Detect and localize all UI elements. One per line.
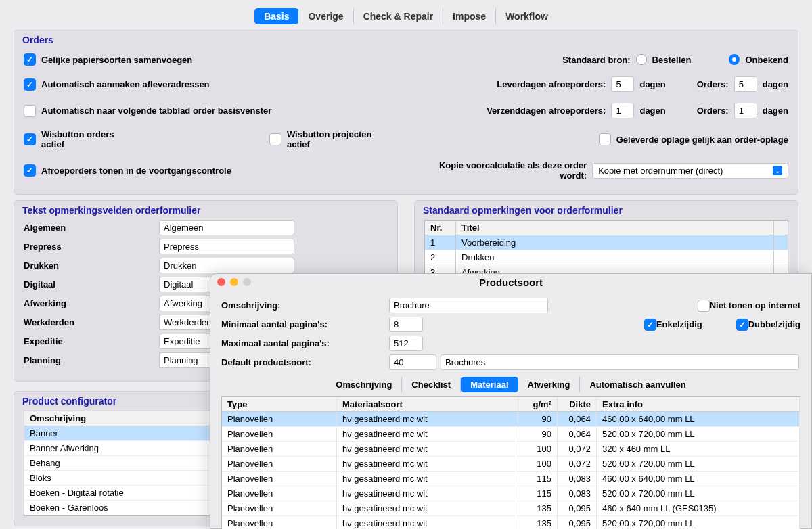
materiaal-table: Type Materiaalsoort g/m² Dikte Extra inf… (221, 396, 800, 529)
tab-workflow[interactable]: Workflow (496, 8, 558, 24)
label: Digitaal (24, 279, 159, 290)
input-prepress[interactable] (159, 239, 294, 254)
cb-dubbelzijdig[interactable] (736, 319, 748, 331)
productsoort-modal: Productsoort Omschrijving: Niet tonen op… (210, 273, 812, 529)
label: dagen (763, 106, 788, 116)
cb-enkelzijdig[interactable] (644, 319, 656, 331)
modal-tabs: Omschrijving Checklist Materiaal Afwerki… (221, 377, 800, 392)
table-row[interactable]: Planovellenhv gesatineerd mc wit900,0644… (222, 412, 800, 427)
label: Dubbelzijdig (748, 319, 800, 329)
input-drukken[interactable] (159, 258, 294, 273)
label: Wisbutton projecten actief (287, 129, 396, 150)
input-min-pag[interactable] (389, 317, 423, 332)
table-row[interactable]: Planovellenhv gesatineerd mc wit1350,095… (222, 501, 800, 516)
table-row[interactable]: Planovellenhv gesatineerd mc wit1150,083… (222, 472, 800, 486)
label: Bestellen (652, 55, 692, 65)
label: Default productsoort: (221, 357, 389, 367)
label: Afroeporders tonen in de voortgangscontr… (41, 166, 231, 176)
table-row[interactable]: 1Voorbereiding (425, 235, 788, 250)
label: Automatisch naar volgende tabblad order … (41, 106, 271, 116)
table-row[interactable]: Planovellenhv gesatineerd mc wit1150,083… (222, 486, 800, 501)
label: Orders: (697, 106, 729, 116)
label: Prepress (24, 242, 159, 252)
label: Automatisch aanmaken afleveradressen (41, 79, 210, 89)
col-gm2: g/m² (518, 397, 558, 411)
standaard-title: Standaard opmerkingen voor orderformulie… (423, 205, 788, 216)
label: Algemeen (24, 223, 159, 233)
cb-auto-volgende-tab[interactable] (24, 105, 36, 117)
orders-panel: Orders Gelijke papiersoorten samenvoegen… (14, 30, 798, 195)
label: Verzenddagen afroeporders: (487, 106, 606, 116)
label: Leverdagen afroeporders: (497, 79, 606, 89)
mtab-auto-aanvullen[interactable]: Automatisch aanvullen (580, 377, 695, 392)
col-type: Type (222, 397, 337, 411)
tab-impose[interactable]: Impose (443, 8, 496, 24)
col-dikte: Dikte (558, 397, 597, 411)
input-algemeen[interactable] (159, 220, 294, 235)
radio-bestellen[interactable] (636, 54, 647, 65)
input-orders1[interactable] (734, 76, 757, 92)
label: Gelijke papiersoorten samenvoegen (41, 55, 192, 65)
input-verzenddagen[interactable] (611, 103, 634, 118)
mtab-checklist[interactable]: Checklist (402, 377, 461, 392)
label: Expeditie (24, 336, 159, 346)
label: Afwerking (24, 298, 159, 308)
tab-check-repair[interactable]: Check & Repair (354, 8, 443, 24)
label: Kopie voorcalculatie als deze order word… (416, 160, 587, 181)
tab-overige[interactable]: Overige (298, 8, 353, 24)
cb-wisbutton-orders[interactable] (24, 133, 36, 145)
col-extra: Extra info (597, 397, 800, 411)
input-orders2[interactable] (734, 103, 757, 118)
label: Planning (24, 355, 159, 365)
label: Standaard bron: (562, 55, 630, 65)
label: Geleverde oplage gelijk aan order-oplage (616, 135, 788, 145)
label: dagen (639, 106, 665, 116)
label: Drukken (24, 260, 159, 271)
cb-gelijke-papiersoorten[interactable] (24, 53, 36, 66)
table-row[interactable]: Planovellenhv gesatineerd mc wit1000,072… (222, 457, 800, 472)
cb-wisbutton-projecten[interactable] (269, 133, 281, 145)
cb-auto-aanmaken[interactable] (24, 78, 36, 91)
label: Werkderden (24, 317, 159, 327)
mtab-afwerking[interactable]: Afwerking (518, 377, 581, 392)
table-row[interactable]: Planovellenhv gesatineerd mc wit1000,072… (222, 442, 800, 457)
input-leverdagen[interactable] (611, 76, 634, 92)
label: Onbekend (745, 55, 788, 65)
modal-titlebar: Productsoort (210, 274, 811, 290)
col-titel: Titel (456, 221, 774, 235)
label: Maximaal aantal pagina's: (221, 338, 389, 348)
label: Minimaal aantal pagina's: (221, 319, 389, 329)
label: Enkelzijdig (656, 319, 702, 329)
input-default-id[interactable] (389, 354, 436, 370)
cb-niet-tonen[interactable] (698, 300, 710, 312)
tab-basis[interactable]: Basis (254, 8, 298, 24)
table-row[interactable]: 2Drukken (425, 250, 788, 265)
label: dagen (763, 79, 788, 89)
cb-geleverde-oplage[interactable] (599, 133, 611, 145)
mtab-materiaal[interactable]: Materiaal (461, 377, 518, 392)
tekst-title: Tekst opmerkingsvelden orderformulier (22, 205, 388, 216)
select-value: Kopie met ordernummer (direct) (598, 166, 723, 176)
chevron-down-icon: ⌄ (773, 166, 782, 175)
col-nr: Nr. (425, 221, 456, 235)
table-row[interactable]: Planovellenhv gesatineerd mc wit900,0645… (222, 427, 800, 442)
select-kopie[interactable]: Kopie met ordernummer (direct)⌄ (592, 163, 788, 179)
col-materiaalsoort: Materiaalsoort (337, 397, 518, 411)
main-tabs: Basis Overige Check & Repair Impose Work… (0, 0, 812, 24)
modal-title: Productsoort (210, 277, 811, 288)
label: Orders: (697, 79, 729, 89)
label: dagen (639, 79, 665, 89)
input-default-name[interactable] (441, 354, 799, 370)
input-max-pag[interactable] (389, 336, 423, 351)
mtab-omschrijving[interactable]: Omschrijving (326, 377, 402, 392)
label: Wisbutton orders actief (41, 129, 138, 150)
label: Niet tonen op internet (710, 300, 800, 310)
orders-title: Orders (22, 34, 788, 45)
cb-afroeporders-tonen[interactable] (24, 164, 36, 177)
label: Omschrijving: (221, 300, 389, 310)
input-omschrijving[interactable] (389, 298, 548, 313)
table-row[interactable]: Planovellenhv gesatineerd mc wit1350,095… (222, 516, 800, 529)
radio-onbekend[interactable] (729, 54, 740, 65)
